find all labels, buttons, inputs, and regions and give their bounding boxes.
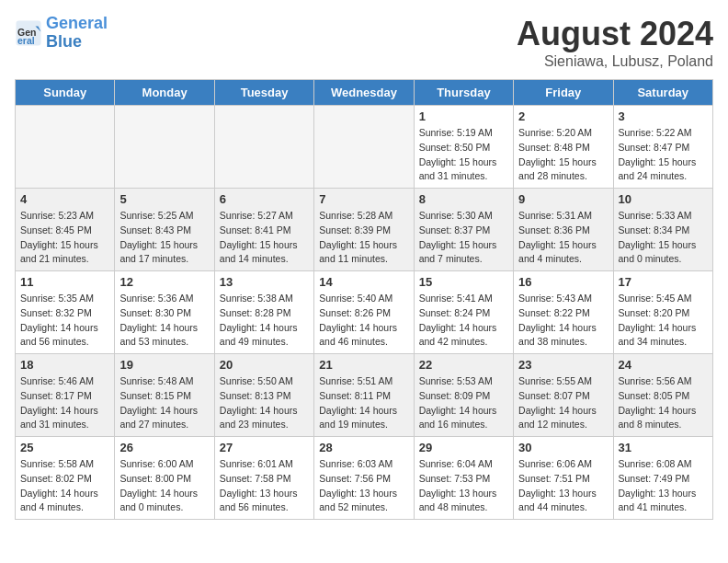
day-detail: Sunrise: 5:36 AMSunset: 8:30 PMDaylight:… [119, 292, 209, 350]
day-detail: Sunrise: 5:40 AMSunset: 8:26 PMDaylight:… [319, 292, 408, 350]
day-number: 12 [119, 275, 209, 289]
location: Sieniawa, Lubusz, Poland [517, 53, 713, 70]
day-detail: Sunrise: 5:25 AMSunset: 8:43 PMDaylight:… [119, 209, 209, 267]
calendar-cell: 7Sunrise: 5:28 AMSunset: 8:39 PMDaylight… [314, 189, 414, 271]
calendar-cell: 14Sunrise: 5:40 AMSunset: 8:26 PMDayligh… [314, 271, 414, 354]
day-detail: Sunrise: 5:43 AMSunset: 8:22 PMDaylight:… [518, 292, 608, 350]
calendar-cell [16, 106, 115, 189]
calendar-cell [314, 106, 414, 189]
calendar-cell: 23Sunrise: 5:55 AMSunset: 8:07 PMDayligh… [514, 354, 613, 437]
day-number: 16 [518, 275, 608, 289]
day-detail: Sunrise: 5:28 AMSunset: 8:39 PMDaylight:… [319, 209, 408, 267]
calendar-cell: 28Sunrise: 6:03 AMSunset: 7:56 PMDayligh… [314, 437, 414, 520]
calendar-cell: 3Sunrise: 5:22 AMSunset: 8:47 PMDaylight… [613, 106, 712, 189]
weekday-header-row: SundayMondayTuesdayWednesdayThursdayFrid… [16, 80, 713, 106]
calendar-cell: 1Sunrise: 5:19 AMSunset: 8:50 PMDaylight… [414, 106, 513, 189]
day-detail: Sunrise: 6:08 AMSunset: 7:49 PMDaylight:… [619, 457, 708, 515]
calendar-cell: 13Sunrise: 5:38 AMSunset: 8:28 PMDayligh… [214, 271, 313, 354]
day-number: 10 [619, 192, 708, 206]
calendar-week-row: 1Sunrise: 5:19 AMSunset: 8:50 PMDaylight… [16, 106, 713, 189]
day-detail: Sunrise: 6:03 AMSunset: 7:56 PMDaylight:… [319, 457, 408, 515]
day-detail: Sunrise: 5:35 AMSunset: 8:32 PMDaylight:… [20, 292, 109, 350]
day-number: 31 [619, 441, 708, 454]
calendar-cell: 25Sunrise: 5:58 AMSunset: 8:02 PMDayligh… [16, 437, 115, 520]
calendar-cell: 11Sunrise: 5:35 AMSunset: 8:32 PMDayligh… [16, 271, 115, 354]
month-title: August 2024 [517, 15, 713, 53]
calendar-cell: 2Sunrise: 5:20 AMSunset: 8:48 PMDaylight… [514, 106, 613, 189]
day-detail: Sunrise: 5:38 AMSunset: 8:28 PMDaylight:… [220, 292, 309, 350]
day-number: 18 [20, 358, 109, 372]
calendar-cell: 16Sunrise: 5:43 AMSunset: 8:22 PMDayligh… [514, 271, 613, 354]
calendar-cell: 15Sunrise: 5:41 AMSunset: 8:24 PMDayligh… [414, 271, 513, 354]
calendar-week-row: 25Sunrise: 5:58 AMSunset: 8:02 PMDayligh… [16, 437, 713, 520]
day-detail: Sunrise: 6:04 AMSunset: 7:53 PMDaylight:… [419, 457, 508, 515]
calendar-cell [214, 106, 313, 189]
day-number: 5 [119, 192, 209, 206]
weekday-header-tuesday: Tuesday [214, 80, 313, 106]
day-detail: Sunrise: 5:50 AMSunset: 8:13 PMDaylight:… [220, 374, 309, 432]
calendar-cell: 20Sunrise: 5:50 AMSunset: 8:13 PMDayligh… [214, 354, 313, 437]
day-number: 11 [20, 275, 109, 289]
calendar-cell: 31Sunrise: 6:08 AMSunset: 7:49 PMDayligh… [613, 437, 712, 520]
logo-text: General Blue [46, 15, 108, 52]
day-detail: Sunrise: 5:23 AMSunset: 8:45 PMDaylight:… [20, 209, 109, 267]
calendar-cell: 24Sunrise: 5:56 AMSunset: 8:05 PMDayligh… [613, 354, 712, 437]
calendar-cell [115, 106, 214, 189]
calendar-table: SundayMondayTuesdayWednesdayThursdayFrid… [15, 79, 713, 520]
calendar-cell: 18Sunrise: 5:46 AMSunset: 8:17 PMDayligh… [16, 354, 115, 437]
logo: Gen eral General Blue [15, 15, 108, 52]
calendar-cell: 22Sunrise: 5:53 AMSunset: 8:09 PMDayligh… [414, 354, 513, 437]
day-number: 28 [319, 441, 408, 454]
day-detail: Sunrise: 5:27 AMSunset: 8:41 PMDaylight:… [220, 209, 309, 267]
day-number: 22 [419, 358, 508, 372]
weekday-header-monday: Monday [115, 80, 214, 106]
calendar-cell: 4Sunrise: 5:23 AMSunset: 8:45 PMDaylight… [16, 189, 115, 271]
day-number: 20 [220, 358, 309, 372]
day-number: 2 [518, 109, 608, 123]
day-number: 14 [319, 275, 408, 289]
title-block: August 2024 Sieniawa, Lubusz, Poland [517, 15, 713, 70]
logo-icon: Gen eral [15, 19, 42, 47]
day-detail: Sunrise: 5:46 AMSunset: 8:17 PMDaylight:… [20, 374, 109, 432]
calendar-cell: 10Sunrise: 5:33 AMSunset: 8:34 PMDayligh… [613, 189, 712, 271]
day-detail: Sunrise: 5:41 AMSunset: 8:24 PMDaylight:… [419, 292, 508, 350]
day-number: 15 [419, 275, 508, 289]
weekday-header-saturday: Saturday [613, 80, 712, 106]
page-header: Gen eral General Blue August 2024 Sienia… [15, 15, 713, 70]
day-number: 7 [319, 192, 408, 206]
day-detail: Sunrise: 5:30 AMSunset: 8:37 PMDaylight:… [419, 209, 508, 267]
day-number: 8 [419, 192, 508, 206]
day-number: 24 [619, 358, 708, 372]
calendar-cell: 26Sunrise: 6:00 AMSunset: 8:00 PMDayligh… [115, 437, 214, 520]
day-detail: Sunrise: 6:01 AMSunset: 7:58 PMDaylight:… [220, 457, 309, 515]
day-detail: Sunrise: 5:55 AMSunset: 8:07 PMDaylight:… [518, 374, 608, 432]
calendar-cell: 27Sunrise: 6:01 AMSunset: 7:58 PMDayligh… [214, 437, 313, 520]
svg-text:eral: eral [17, 35, 35, 46]
day-detail: Sunrise: 6:00 AMSunset: 8:00 PMDaylight:… [119, 457, 209, 515]
day-detail: Sunrise: 6:06 AMSunset: 7:51 PMDaylight:… [518, 457, 608, 515]
day-number: 23 [518, 358, 608, 372]
day-detail: Sunrise: 5:51 AMSunset: 8:11 PMDaylight:… [319, 374, 408, 432]
day-detail: Sunrise: 5:53 AMSunset: 8:09 PMDaylight:… [419, 374, 508, 432]
weekday-header-thursday: Thursday [414, 80, 513, 106]
day-detail: Sunrise: 5:56 AMSunset: 8:05 PMDaylight:… [619, 374, 708, 432]
day-number: 4 [20, 192, 109, 206]
calendar-cell: 9Sunrise: 5:31 AMSunset: 8:36 PMDaylight… [514, 189, 613, 271]
day-number: 26 [119, 441, 209, 454]
calendar-week-row: 18Sunrise: 5:46 AMSunset: 8:17 PMDayligh… [16, 354, 713, 437]
calendar-week-row: 11Sunrise: 5:35 AMSunset: 8:32 PMDayligh… [16, 271, 713, 354]
calendar-cell: 12Sunrise: 5:36 AMSunset: 8:30 PMDayligh… [115, 271, 214, 354]
day-detail: Sunrise: 5:31 AMSunset: 8:36 PMDaylight:… [518, 209, 608, 267]
day-detail: Sunrise: 5:33 AMSunset: 8:34 PMDaylight:… [619, 209, 708, 267]
calendar-cell: 6Sunrise: 5:27 AMSunset: 8:41 PMDaylight… [214, 189, 313, 271]
day-number: 17 [619, 275, 708, 289]
calendar-week-row: 4Sunrise: 5:23 AMSunset: 8:45 PMDaylight… [16, 189, 713, 271]
calendar-cell: 5Sunrise: 5:25 AMSunset: 8:43 PMDaylight… [115, 189, 214, 271]
day-detail: Sunrise: 5:22 AMSunset: 8:47 PMDaylight:… [619, 126, 708, 184]
calendar-cell: 29Sunrise: 6:04 AMSunset: 7:53 PMDayligh… [414, 437, 513, 520]
calendar-cell: 8Sunrise: 5:30 AMSunset: 8:37 PMDaylight… [414, 189, 513, 271]
day-detail: Sunrise: 5:48 AMSunset: 8:15 PMDaylight:… [119, 374, 209, 432]
calendar-cell: 21Sunrise: 5:51 AMSunset: 8:11 PMDayligh… [314, 354, 414, 437]
day-number: 1 [419, 109, 508, 123]
day-detail: Sunrise: 5:58 AMSunset: 8:02 PMDaylight:… [20, 457, 109, 515]
